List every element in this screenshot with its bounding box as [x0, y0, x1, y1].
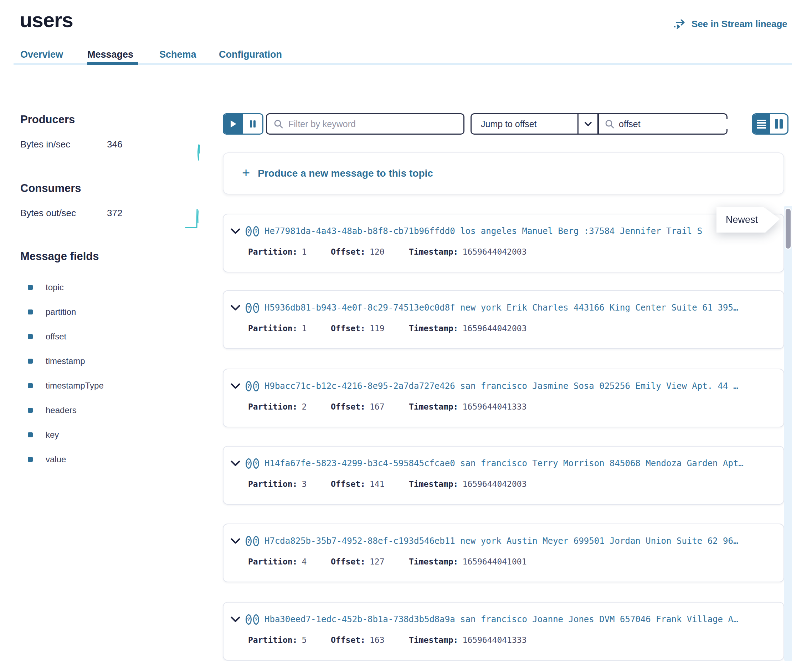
view-mode-toggle[interactable]: [752, 113, 788, 135]
sidebar: Producers Bytes in/sec 346 Consumers Byt…: [20, 113, 206, 471]
offset-label: Offset:: [331, 402, 365, 411]
column-view-icon: [775, 119, 783, 129]
message-key-value: H5936db81-b943-4e0f-8c29-74513e0c0d8f ne…: [264, 303, 773, 313]
partition-value: 3: [301, 479, 307, 489]
pause-icon: [250, 120, 256, 128]
message-fields-list: topic partition offset timestamp timesta…: [20, 275, 206, 471]
search-icon: [274, 119, 283, 129]
chevron-down-icon[interactable]: [577, 114, 597, 134]
field-item-timestamptype[interactable]: timestampType: [20, 373, 206, 398]
partition-label: Partition:: [248, 479, 297, 489]
partition-value: 1: [301, 247, 307, 256]
messages-panel: Jump to offset: [223, 113, 784, 661]
tab-overview[interactable]: Overview: [20, 49, 63, 60]
field-item-key[interactable]: key: [20, 422, 206, 447]
message-row[interactable]: ?? H14fa67fe-5823-4299-b3c4-595845cfcae0…: [223, 446, 784, 505]
message-row[interactable]: ?? H9bacc71c-b12c-4216-8e95-2a7da727e426…: [223, 369, 784, 427]
column-view-button[interactable]: [770, 114, 788, 134]
message-key-value: H14fa67fe-5823-4299-b3c4-595845cfcae0 sa…: [264, 458, 773, 468]
row-chevron-icon[interactable]: [231, 383, 240, 389]
field-item-partition[interactable]: partition: [20, 300, 206, 324]
keyword-filter-field[interactable]: [266, 113, 464, 135]
square-bullet-icon: [28, 334, 33, 339]
tab-schema[interactable]: Schema: [159, 49, 196, 60]
produce-message-label: Produce a new message to this topic: [258, 168, 433, 179]
newest-tooltip: Newest: [716, 207, 780, 233]
sparkline-in: [196, 144, 202, 161]
page-title: users: [19, 8, 73, 32]
row-chevron-icon[interactable]: [231, 538, 240, 544]
unknown-char-icon: ??: [246, 458, 259, 469]
offset-search-input[interactable]: [619, 119, 734, 129]
stream-lineage-link[interactable]: See in Stream lineage: [674, 19, 787, 30]
unknown-char-icon: ??: [246, 381, 259, 391]
partition-value: 4: [301, 557, 307, 566]
offset-value: 120: [370, 247, 384, 256]
partition-value: 1: [301, 324, 307, 333]
timestamp-label: Timestamp:: [409, 402, 458, 411]
message-row[interactable]: ?? Hba30eed7-1edc-452b-8b1a-738d3b5d8a9a…: [223, 602, 784, 661]
row-chevron-icon[interactable]: [231, 616, 240, 623]
timestamp-value: 1659644041333: [462, 402, 527, 411]
bytes-out-metric: Bytes out/sec 372: [20, 208, 206, 219]
produce-message-button[interactable]: + Produce a new message to this topic: [223, 152, 784, 195]
scrollbar-thumb[interactable]: [785, 208, 792, 250]
play-button[interactable]: [224, 114, 243, 134]
square-bullet-icon: [28, 359, 33, 364]
field-item-value[interactable]: value: [20, 447, 206, 471]
field-item-headers[interactable]: headers: [20, 398, 206, 422]
timestamp-value: 1659644041001: [462, 557, 527, 566]
tab-messages[interactable]: Messages: [87, 49, 133, 60]
partition-label: Partition:: [248, 635, 297, 645]
row-chevron-icon[interactable]: [231, 305, 240, 311]
active-tab-indicator: [87, 62, 138, 65]
offset-label: Offset:: [331, 635, 365, 645]
timestamp-label: Timestamp:: [409, 635, 458, 645]
field-item-topic[interactable]: topic: [20, 275, 206, 300]
search-icon: [605, 119, 615, 129]
unknown-char-icon: ??: [246, 226, 259, 236]
row-chevron-icon[interactable]: [231, 228, 240, 234]
stream-lineage-icon: [674, 19, 687, 30]
row-chevron-icon[interactable]: [231, 460, 240, 466]
message-row[interactable]: ?? H5936db81-b943-4e0f-8c29-74513e0c0d8f…: [223, 290, 784, 349]
timestamp-label: Timestamp:: [409, 247, 458, 256]
bytes-in-label: Bytes in/sec: [20, 139, 107, 150]
message-meta: Partition:4 Offset:127 Timestamp:1659644…: [248, 557, 773, 566]
offset-search-field[interactable]: [598, 113, 727, 135]
keyword-filter-input[interactable]: [288, 119, 457, 129]
message-row[interactable]: ?? H7cda825b-35b7-4952-88ef-c193d546eb11…: [223, 524, 784, 582]
message-key-value: He77981da-4a43-48ab-b8f8-cb71b96ffdd0 lo…: [264, 226, 773, 236]
partition-label: Partition:: [248, 324, 297, 333]
jump-to-offset-value: Jump to offset: [472, 119, 577, 129]
timestamp-value: 1659644042003: [462, 247, 527, 256]
list-view-button[interactable]: [753, 114, 770, 134]
offset-label: Offset:: [331, 557, 365, 566]
field-label: partition: [46, 307, 76, 317]
pause-button[interactable]: [243, 114, 263, 134]
message-key-value: H9bacc71c-b12c-4216-8e95-2a7da727e426 sa…: [264, 381, 773, 391]
offset-value: 163: [370, 635, 384, 645]
sparkline-out: [185, 206, 203, 228]
partition-value: 5: [301, 635, 307, 645]
square-bullet-icon: [28, 408, 33, 413]
offset-label: Offset:: [331, 479, 365, 489]
scrollbar-track[interactable]: [784, 206, 792, 661]
play-icon: [230, 120, 237, 128]
field-item-offset[interactable]: offset: [20, 324, 206, 349]
offset-value: 141: [370, 479, 384, 489]
timestamp-value: 1659644041333: [462, 635, 527, 645]
message-row[interactable]: ?? He77981da-4a43-48ab-b8f8-cb71b96ffdd0…: [223, 214, 784, 273]
play-pause-toggle[interactable]: [223, 113, 263, 135]
field-label: headers: [46, 405, 77, 415]
message-meta: Partition:1 Offset:119 Timestamp:1659644…: [248, 324, 773, 333]
newest-tooltip-label: Newest: [716, 207, 780, 233]
square-bullet-icon: [28, 310, 33, 315]
tab-configuration[interactable]: Configuration: [219, 49, 282, 60]
jump-to-offset-select[interactable]: Jump to offset: [471, 113, 599, 135]
field-item-timestamp[interactable]: timestamp: [20, 349, 206, 373]
timestamp-label: Timestamp:: [409, 557, 458, 566]
partition-label: Partition:: [248, 247, 297, 256]
offset-value: 167: [370, 402, 384, 411]
message-fields-heading: Message fields: [20, 250, 206, 263]
